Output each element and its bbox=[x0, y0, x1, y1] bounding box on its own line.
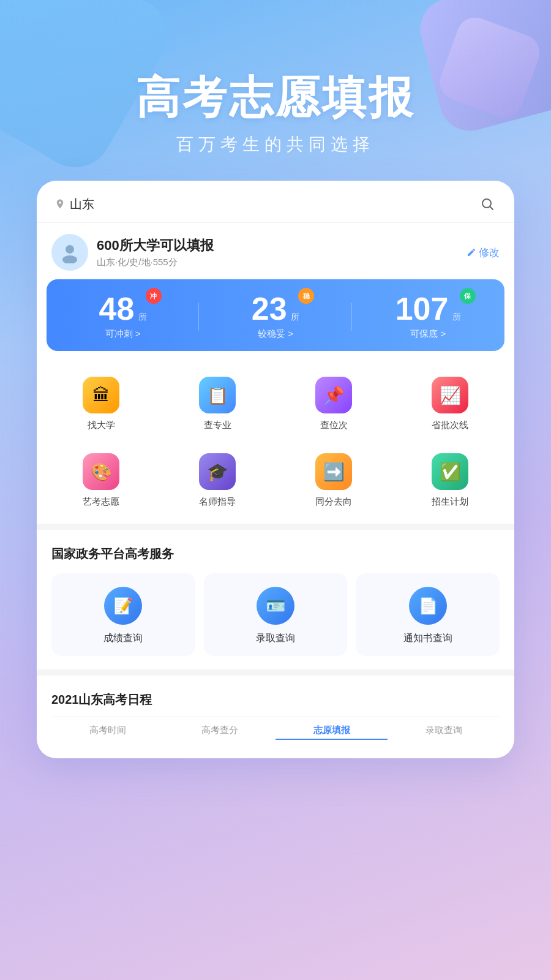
stat-label-stable: 较稳妥 > bbox=[199, 328, 351, 340]
score-label: 成绩查询 bbox=[103, 632, 143, 645]
teacher-icon: 🎓 bbox=[199, 453, 236, 490]
service-notice[interactable]: 📄 通知书查询 bbox=[356, 573, 500, 656]
location-area[interactable]: 山东 bbox=[54, 196, 94, 213]
service-score[interactable]: 📝 成绩查询 bbox=[51, 573, 195, 656]
stat-number-rush: 48 bbox=[99, 293, 135, 325]
tab-application[interactable]: 志原填报 bbox=[276, 725, 388, 740]
edit-button[interactable]: 修改 bbox=[467, 246, 500, 260]
grid-item-batch[interactable]: 📈 省批次线 bbox=[392, 366, 508, 442]
main-title: 高考志愿填报 bbox=[0, 74, 551, 122]
schedule-section: 2021山东高考日程 高考时间 高考查分 志原填报 录取查询 bbox=[37, 680, 514, 746]
stat-number-safe: 107 bbox=[395, 293, 449, 325]
divider-2 bbox=[37, 669, 514, 676]
notice-label: 通知书查询 bbox=[403, 632, 452, 645]
stat-unit-stable: 所 bbox=[291, 312, 299, 322]
svg-line-1 bbox=[490, 207, 493, 210]
grid-item-university[interactable]: 🏛 找大学 bbox=[43, 366, 159, 442]
schedule-title: 2021山东高考日程 bbox=[51, 692, 500, 708]
svg-point-2 bbox=[66, 245, 74, 254]
samedivision-icon: ➡️ bbox=[315, 453, 352, 490]
service-row: 📝 成绩查询 🪪 录取查询 📄 通知书查询 bbox=[51, 573, 500, 656]
batch-icon: 📈 bbox=[432, 377, 468, 413]
badge-stable: 稳 bbox=[298, 288, 314, 304]
icon-grid: 🏛 找大学 📋 查专业 📌 查位次 📈 省批次线 🎨 艺考志愿 🎓 名师指导 ➡… bbox=[37, 360, 514, 519]
stat-safe[interactable]: 107 保 所 可保底 > bbox=[352, 293, 504, 340]
user-info: 600所大学可以填报 山东·化/史/地·555分 bbox=[97, 236, 214, 268]
grid-item-major[interactable]: 📋 查专业 bbox=[159, 366, 276, 442]
gov-section-title: 国家政务平台高考服务 bbox=[51, 546, 500, 562]
grid-item-enrollment[interactable]: ✅ 招生计划 bbox=[392, 442, 508, 519]
stat-rush[interactable]: 48 冲 所 可冲刺 > bbox=[47, 293, 199, 340]
admission-icon: 🪪 bbox=[257, 587, 294, 625]
schedule-tabs: 高考时间 高考查分 志原填报 录取查询 bbox=[51, 717, 500, 740]
grid-item-rank[interactable]: 📌 查位次 bbox=[276, 366, 392, 442]
rank-label: 查位次 bbox=[320, 420, 348, 431]
tab-score-check[interactable]: 高考查分 bbox=[163, 725, 276, 740]
location-label: 山东 bbox=[70, 196, 94, 213]
grid-item-teacher[interactable]: 🎓 名师指导 bbox=[159, 442, 276, 519]
user-left: 600所大学可以填报 山东·化/史/地·555分 bbox=[51, 234, 214, 271]
admission-label: 录取查询 bbox=[256, 632, 295, 645]
university-icon: 🏛 bbox=[83, 377, 119, 413]
edit-label: 修改 bbox=[479, 246, 500, 260]
samedivision-label: 同分去向 bbox=[315, 496, 352, 508]
stat-label-safe: 可保底 > bbox=[352, 328, 504, 340]
tab-admission-check[interactable]: 录取查询 bbox=[388, 725, 500, 740]
badge-rush: 冲 bbox=[146, 288, 162, 304]
header-area: 高考志愿填报 百万考生的共同选择 bbox=[0, 0, 551, 175]
location-icon bbox=[54, 198, 66, 210]
notice-icon: 📄 bbox=[409, 587, 447, 625]
major-label: 查专业 bbox=[204, 420, 231, 431]
sub-title: 百万考生的共同选择 bbox=[0, 133, 551, 156]
university-label: 找大学 bbox=[88, 420, 115, 431]
user-title: 600所大学可以填报 bbox=[97, 236, 214, 255]
top-bar: 山东 bbox=[37, 181, 514, 223]
divider-1 bbox=[37, 524, 514, 530]
grid-item-samedivision[interactable]: ➡️ 同分去向 bbox=[276, 442, 392, 519]
art-icon: 🎨 bbox=[83, 453, 119, 490]
stat-number-stable: 23 bbox=[252, 293, 287, 325]
stat-label-rush: 可冲刺 > bbox=[47, 328, 199, 340]
gov-section: 国家政务平台高考服务 📝 成绩查询 🪪 录取查询 📄 通知书查询 bbox=[37, 535, 514, 665]
user-section: 600所大学可以填报 山东·化/史/地·555分 修改 bbox=[37, 223, 514, 279]
user-desc: 山东·化/史/地·555分 bbox=[97, 257, 214, 268]
enrollment-icon: ✅ bbox=[432, 453, 468, 490]
art-label: 艺考志愿 bbox=[83, 496, 119, 508]
service-admission[interactable]: 🪪 录取查询 bbox=[204, 573, 348, 656]
svg-point-3 bbox=[62, 255, 77, 263]
major-icon: 📋 bbox=[199, 377, 236, 413]
stat-stable[interactable]: 23 稳 所 较稳妥 > bbox=[199, 293, 351, 340]
badge-safe: 保 bbox=[460, 288, 476, 304]
search-button[interactable] bbox=[478, 194, 497, 214]
stat-unit-rush: 所 bbox=[138, 312, 147, 322]
avatar bbox=[51, 234, 88, 271]
app-card: 山东 600所大学可以填报 山东·化/史/地·555分 bbox=[37, 181, 514, 758]
enrollment-label: 招生计划 bbox=[432, 496, 468, 508]
score-icon: 📝 bbox=[104, 587, 142, 625]
teacher-label: 名师指导 bbox=[199, 496, 236, 508]
grid-item-art[interactable]: 🎨 艺考志愿 bbox=[43, 442, 159, 519]
batch-label: 省批次线 bbox=[432, 420, 468, 431]
stats-banner: 48 冲 所 可冲刺 > 23 稳 所 较稳妥 > 107 保 所 可保底 > bbox=[47, 279, 504, 351]
tab-exam-time[interactable]: 高考时间 bbox=[51, 725, 163, 740]
rank-icon: 📌 bbox=[315, 377, 352, 413]
stat-unit-safe: 所 bbox=[452, 312, 461, 322]
